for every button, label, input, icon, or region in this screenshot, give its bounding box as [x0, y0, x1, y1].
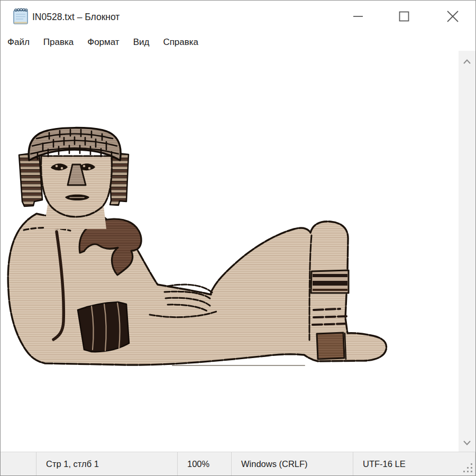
close-button[interactable]	[441, 5, 465, 28]
menu-bar: Файл Правка Формат Вид Справка	[1, 33, 475, 51]
minimize-icon	[352, 11, 364, 22]
notepad-window: IN0528.txt – Блокнот Файл Правка Формат …	[0, 0, 476, 476]
chevron-down-icon	[463, 441, 471, 445]
minimize-button[interactable]	[346, 5, 370, 28]
scroll-down-button[interactable]	[459, 433, 475, 452]
status-line-ending: Windows (CRLF)	[232, 452, 353, 475]
resize-grip[interactable]	[462, 462, 474, 474]
heel-guard	[317, 333, 344, 359]
vertical-scrollbar[interactable]	[459, 51, 475, 453]
chevron-up-icon	[463, 59, 471, 64]
menu-format[interactable]: Формат	[87, 33, 119, 51]
title-bar[interactable]: IN0528.txt – Блокнот	[1, 1, 475, 34]
knee-band	[311, 270, 349, 293]
status-cursor-position: Стр 1, стлб 1	[36, 452, 178, 475]
menu-help[interactable]: Справка	[163, 33, 198, 51]
notepad-icon[interactable]	[12, 7, 29, 25]
close-icon	[446, 10, 459, 23]
status-zoom-level: 100%	[178, 452, 232, 475]
content-area	[1, 51, 475, 453]
status-bar: Стр 1, стлб 1 100% Windows (CRLF) UTF-16…	[1, 452, 475, 475]
maximize-button[interactable]	[392, 5, 416, 28]
wristband	[78, 302, 129, 352]
chac-mool-figure	[1, 51, 460, 453]
window-title: IN0528.txt – Блокнот	[32, 1, 120, 33]
status-spacer	[1, 452, 36, 475]
maximize-icon	[398, 11, 410, 22]
status-encoding: UTF-16 LE	[353, 452, 475, 475]
menu-edit[interactable]: Правка	[43, 33, 74, 51]
text-editor-surface[interactable]	[1, 51, 460, 453]
menu-file[interactable]: Файл	[7, 33, 30, 51]
scroll-up-button[interactable]	[459, 52, 475, 71]
menu-view[interactable]: Вид	[133, 33, 150, 51]
